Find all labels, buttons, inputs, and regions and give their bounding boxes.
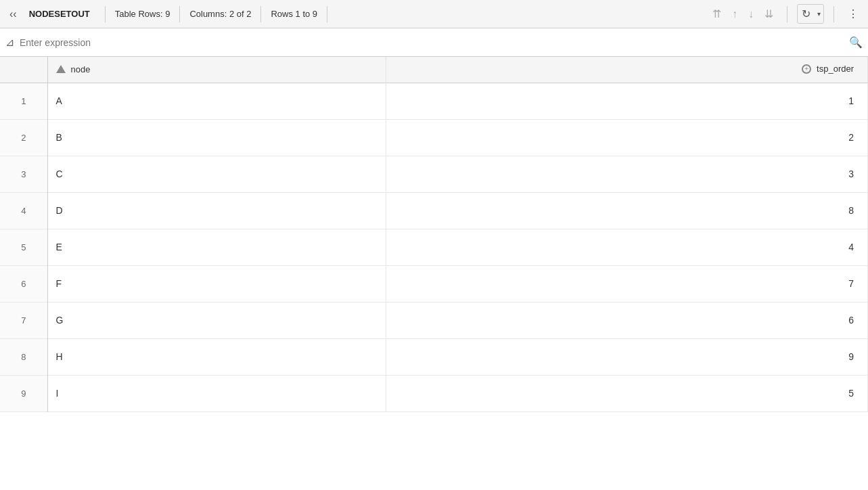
cell-tsp-order: 9 [386, 338, 868, 375]
divider-6 [833, 6, 834, 22]
table-body: 1A12B23C34D85E46F77G68H99I5 [0, 83, 868, 411]
cell-tsp-order: 2 [386, 119, 868, 156]
cell-tsp-order: 7 [386, 265, 868, 302]
cell-index: 5 [0, 229, 47, 265]
filter-icon: ⊿ [5, 36, 14, 49]
cell-tsp-order: 8 [386, 192, 868, 229]
table-row: 3C3 [0, 156, 868, 192]
table-row: 1A1 [0, 83, 868, 119]
back-chevron-icon: ‹‹ [9, 8, 17, 20]
back-button[interactable]: ‹‹ [5, 5, 21, 23]
last-page-button[interactable]: ⇊ [760, 5, 777, 23]
refresh-group: ↻ ▾ [797, 4, 824, 24]
node-col-text: node [71, 64, 91, 74]
rows-info: Rows 1 to 9 [268, 9, 320, 19]
col-header-node: node [47, 57, 386, 83]
cell-index: 2 [0, 119, 47, 156]
divider-5 [787, 6, 787, 22]
refresh-dropdown-button[interactable]: ▾ [815, 7, 823, 20]
first-page-icon: ⇈ [712, 7, 721, 20]
table-row: 4D8 [0, 192, 868, 229]
cell-index: 6 [0, 265, 47, 302]
toolbar-nav: ‹‹ [5, 5, 29, 23]
cell-tsp-order: 3 [386, 156, 868, 192]
search-icon[interactable]: 🔍 [849, 36, 863, 49]
cell-node: B [47, 119, 386, 156]
divider-1 [105, 6, 106, 22]
cell-index: 4 [0, 192, 47, 229]
table-row: 6F7 [0, 265, 868, 302]
divider-2 [179, 6, 180, 22]
cell-index: 1 [0, 83, 47, 119]
dropdown-arrow-icon: ▾ [817, 10, 821, 18]
last-page-icon: ⇊ [764, 7, 773, 20]
table-row: 7G6 [0, 302, 868, 338]
divider-3 [260, 6, 261, 22]
table-rows-info: Table Rows: 9 [112, 9, 173, 19]
cell-node: E [47, 229, 386, 265]
filter-bar: ⊿ 🔍 [0, 28, 868, 57]
cell-index: 7 [0, 302, 47, 338]
prev-page-icon: ↑ [732, 8, 737, 20]
cell-index: 3 [0, 156, 47, 192]
col-header-index [0, 57, 47, 83]
refresh-button[interactable]: ↻ [798, 5, 815, 23]
cell-node: C [47, 156, 386, 192]
node-col-label: node [56, 64, 91, 74]
node-triangle-icon [56, 65, 66, 73]
next-page-icon: ↓ [748, 8, 754, 20]
cell-tsp-order: 5 [386, 375, 868, 411]
divider-4 [327, 6, 327, 22]
cell-tsp-order: 6 [386, 302, 868, 338]
first-page-button[interactable]: ⇈ [708, 5, 725, 23]
table-row: 9I5 [0, 375, 868, 411]
toolbar-actions: ⇈ ↑ ↓ ⇊ ↻ ▾ ⋮ [708, 4, 863, 24]
cell-index: 9 [0, 375, 47, 411]
filter-input[interactable] [20, 37, 844, 48]
cell-tsp-order: 4 [386, 229, 868, 265]
cell-tsp-order: 1 [386, 83, 868, 119]
table-row: 8H9 [0, 338, 868, 375]
toolbar: ‹‹ NODESETOUT Table Rows: 9 Columns: 2 o… [0, 0, 868, 28]
data-table: node tsp_order 1A12B23C34D85E46F77G68H99… [0, 57, 868, 412]
col-header-tsp-order: tsp_order [386, 57, 868, 83]
cell-node: G [47, 302, 386, 338]
more-options-button[interactable]: ⋮ [844, 5, 863, 23]
cell-index: 8 [0, 338, 47, 375]
table-header-row: node tsp_order [0, 57, 868, 83]
table-row: 2B2 [0, 119, 868, 156]
cell-node: D [47, 192, 386, 229]
cell-node: F [47, 265, 386, 302]
tsp-circle-icon [802, 64, 811, 74]
cell-node: I [47, 375, 386, 411]
tsp-col-label: tsp_order [802, 64, 854, 74]
cell-node: A [47, 83, 386, 119]
prev-page-button[interactable]: ↑ [728, 5, 741, 23]
tsp-col-text: tsp_order [817, 64, 854, 74]
next-page-button[interactable]: ↓ [744, 5, 758, 23]
table-title: NODESETOUT [29, 9, 98, 19]
table-row: 5E4 [0, 229, 868, 265]
columns-info: Columns: 2 of 2 [187, 9, 254, 19]
table-container: node tsp_order 1A12B23C34D85E46F77G68H99… [0, 57, 868, 490]
cell-node: H [47, 338, 386, 375]
refresh-icon: ↻ [802, 7, 810, 20]
more-options-icon: ⋮ [848, 7, 859, 20]
